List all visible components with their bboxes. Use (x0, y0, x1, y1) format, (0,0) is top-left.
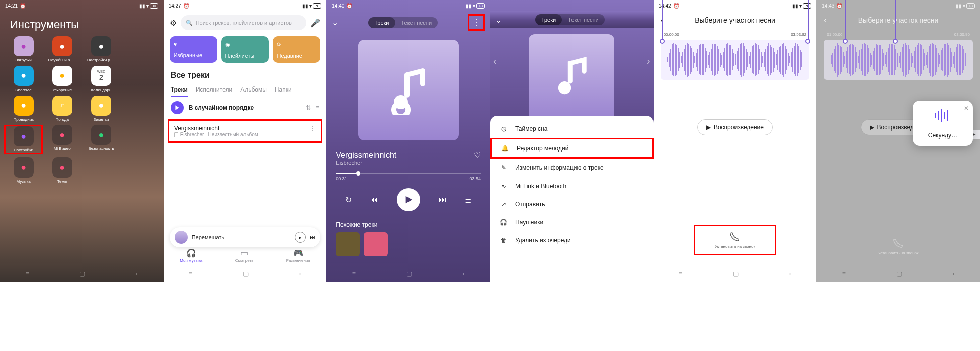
tile[interactable]: ◉Плейлисты (221, 36, 269, 63)
recents-icon[interactable]: ≡ (25, 270, 29, 277)
heart-icon[interactable]: ♡ (474, 150, 481, 160)
similar-item[interactable] (364, 232, 388, 256)
tab[interactable]: Альбомы (240, 86, 267, 97)
play-button[interactable] (397, 188, 420, 211)
chevron-down-icon[interactable]: ⌄ (332, 18, 338, 27)
home-icon[interactable]: ▢ (79, 270, 85, 277)
android-navbar[interactable]: ≡ ▢ ‹ (0, 266, 164, 282)
menu-item[interactable]: 🗑Удалить из очереди (490, 231, 654, 249)
app-icon[interactable]: ●Проводник (4, 96, 43, 122)
back-icon[interactable]: ‹ (789, 270, 791, 277)
miniplayer-next-icon[interactable]: ⏭ (310, 234, 315, 240)
set-ringtone-button[interactable]: Установить на звонок (694, 225, 777, 255)
menu-label: Удалить из очереди (515, 237, 571, 244)
app-icon[interactable]: ●ShareMe (4, 66, 43, 93)
recents-icon[interactable]: ≡ (189, 270, 192, 277)
app-icon[interactable]: ●Настройки рабочего ст… (81, 36, 120, 63)
track-row[interactable]: Vergissmeinnicht Eisbrecher | Неизвестны… (168, 119, 323, 143)
android-navbar[interactable]: ≡ ▢ ‹ (164, 266, 327, 282)
app-icon[interactable]: ●Ускорение (43, 66, 81, 93)
pill-tracks[interactable]: Треки (535, 14, 562, 25)
next-icon[interactable]: ⏭ (439, 195, 447, 204)
app-icon[interactable]: ●Загрузки (4, 36, 43, 63)
tile[interactable]: ⟳Недавние (273, 36, 320, 63)
recents-icon[interactable]: ≡ (679, 270, 682, 277)
tab[interactable]: Исполнители (196, 86, 232, 97)
tab[interactable]: Папки (275, 86, 292, 97)
pill-tabs[interactable]: Треки Текст песни (368, 17, 438, 28)
progress-dialog: ✕ Секунду… (913, 101, 973, 146)
close-icon[interactable]: ✕ (964, 105, 969, 112)
menu-item[interactable]: ↗Отправить (490, 195, 654, 213)
more-icon[interactable]: ⋮ (310, 125, 316, 132)
song-artist: Eisbrecher (326, 160, 490, 166)
chevron-left-icon[interactable]: ‹ (493, 55, 497, 67)
chevron-down-icon[interactable]: ⌄ (495, 15, 502, 25)
pill-lyrics[interactable]: Текст песни (395, 17, 438, 28)
back-icon[interactable]: ‹ (824, 16, 826, 25)
bottom-nav-item[interactable]: ▭Смотреть (235, 248, 254, 263)
progress[interactable]: 00:3103:54 (326, 166, 490, 183)
app-icon[interactable]: 3°Погода (43, 96, 81, 122)
app-icon[interactable]: ●Mi Видео (43, 125, 81, 154)
back-icon[interactable]: ‹ (299, 270, 301, 277)
queue-icon[interactable]: ≣ (465, 195, 471, 205)
play-icon: ▶ (870, 124, 874, 131)
android-navbar[interactable]: ≡ ▢ ‹ (816, 266, 980, 282)
statusbar: 14:21⏰ ▮▮ ▾ 80 (0, 0, 164, 11)
handle-start[interactable] (660, 39, 665, 44)
app-icon[interactable]: ●Безопасность (81, 125, 120, 154)
android-navbar[interactable]: ≡ ▢ ‹ (654, 266, 817, 282)
app-icon[interactable]: ●Службы и обратная св… (43, 36, 81, 63)
sort-icon[interactable]: ⇅ (306, 104, 311, 111)
repeat-icon[interactable]: ↻ (345, 195, 352, 205)
pill-tracks[interactable]: Треки (368, 17, 395, 28)
prev-icon[interactable]: ⏮ (370, 195, 378, 204)
app-icon[interactable]: ●Заметки (81, 96, 120, 122)
miniplayer-play-icon[interactable]: ▸ (295, 232, 306, 243)
similar-item[interactable] (336, 232, 360, 256)
play-button[interactable]: ▶Воспроизведение (697, 119, 773, 135)
menu-item[interactable]: ✎Изменить информацию о треке (490, 159, 654, 177)
svg-rect-2 (935, 113, 936, 118)
android-navbar[interactable]: ≡ ▢ ‹ (490, 266, 654, 282)
app-icon[interactable]: ●Темы (43, 157, 81, 184)
home-icon[interactable]: ▢ (243, 270, 249, 277)
home-icon[interactable]: ▢ (733, 270, 739, 277)
recents-icon[interactable]: ≡ (352, 270, 356, 277)
chevron-right-icon[interactable]: › (647, 55, 650, 67)
play-icon[interactable] (171, 101, 184, 114)
back-icon[interactable]: ‹ (952, 270, 954, 277)
menu-item[interactable]: 🎧Наушники (490, 213, 654, 231)
settings-icon[interactable]: ⚙ (170, 18, 177, 28)
miniplayer[interactable]: Перемешать ▸ ⏭ (170, 227, 321, 247)
more-button[interactable]: ⋮ (468, 14, 485, 31)
menu-item[interactable]: ◷Таймер сна (490, 120, 654, 138)
pill-lyrics[interactable]: Текст песни (562, 14, 605, 25)
search-input[interactable]: 🔍 Поиск треков, плейлистов и артистов (181, 15, 307, 30)
menu-item[interactable]: ∿Mi Link и Bluetooth (490, 177, 654, 195)
bottom-nav-item[interactable]: 🎧Моя музыка (180, 248, 202, 263)
set-ringtone-button[interactable]: Установить на звонок (816, 238, 980, 255)
shuffle-row[interactable]: В случайном порядке ⇅ ≡ (164, 97, 327, 118)
waveform[interactable] (661, 40, 810, 80)
back-icon[interactable]: ‹ (463, 270, 465, 277)
list-icon[interactable]: ≡ (316, 104, 319, 111)
handle-end[interactable] (805, 39, 810, 44)
back-icon[interactable]: ‹ (136, 270, 138, 277)
mic-icon[interactable]: 🎤 (310, 18, 320, 28)
bottom-nav-item[interactable]: 🎮Развлечения (286, 248, 310, 263)
home-icon[interactable]: ▢ (406, 270, 412, 277)
app-icon[interactable]: WED2Календарь (81, 66, 120, 93)
menu-item[interactable]: 🔔Редактор мелодий (490, 138, 654, 159)
home-icon[interactable]: ▢ (569, 270, 575, 277)
app-icon[interactable]: ●Музыка (4, 157, 43, 184)
recents-icon[interactable]: ≡ (842, 270, 846, 277)
back-icon[interactable]: ‹ (626, 270, 628, 277)
tab[interactable]: Треки (171, 86, 188, 97)
android-navbar[interactable]: ≡ ▢ ‹ (326, 266, 490, 282)
recents-icon[interactable]: ≡ (515, 270, 519, 277)
home-icon[interactable]: ▢ (896, 270, 902, 277)
tile[interactable]: ♥Избранные (170, 36, 217, 63)
app-icon[interactable]: ●Настройки (4, 125, 43, 154)
